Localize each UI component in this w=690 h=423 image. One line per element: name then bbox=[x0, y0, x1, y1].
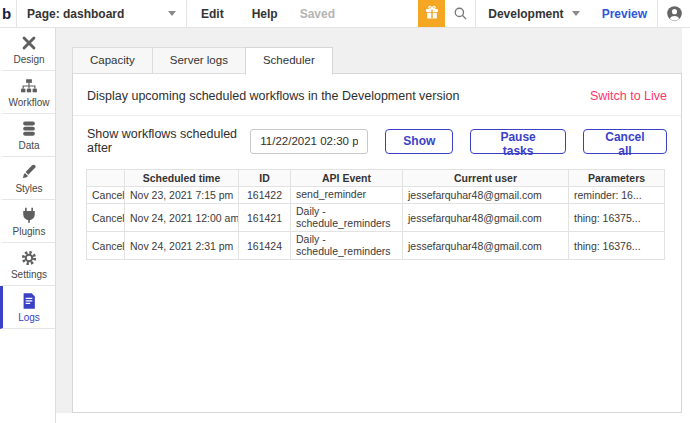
sidebar-item-label: Styles bbox=[15, 183, 42, 194]
search-icon[interactable] bbox=[445, 0, 475, 27]
logs-icon bbox=[20, 292, 38, 310]
user-avatar[interactable] bbox=[658, 0, 690, 27]
col-header-cancel bbox=[87, 170, 125, 187]
plug-icon bbox=[20, 206, 38, 224]
sidebar-item-styles[interactable]: Styles bbox=[0, 157, 55, 200]
cell-id: 161421 bbox=[239, 204, 291, 232]
col-header-id: ID bbox=[239, 170, 291, 187]
cell-parameters: thing: 16376... bbox=[569, 232, 665, 260]
table-row: Cancel Nov 24, 2021 2:31 pm 161424 Daily… bbox=[87, 232, 665, 260]
gear-icon bbox=[20, 249, 38, 267]
topbar: b Page: dashboard Edit Help Saved Develo… bbox=[0, 0, 690, 28]
sidebar-item-label: Workflow bbox=[9, 97, 50, 108]
show-button[interactable]: Show bbox=[385, 129, 453, 154]
paintbrush-icon bbox=[20, 163, 38, 181]
sidebar-item-settings[interactable]: Settings bbox=[0, 243, 55, 286]
gift-icon bbox=[424, 4, 440, 23]
tab-capacity[interactable]: Capacity bbox=[72, 47, 152, 74]
cancel-link[interactable]: Cancel bbox=[87, 204, 125, 232]
scheduled-workflows-table: Scheduled time ID API Event Current user… bbox=[86, 169, 665, 260]
sidebar-item-label: Design bbox=[13, 54, 44, 65]
col-header-api-event: API Event bbox=[291, 170, 403, 187]
sidebar: Design Workflow Data bbox=[0, 28, 56, 423]
scheduler-description-row: Display upcoming scheduled workflows in … bbox=[73, 74, 681, 116]
environment-dropdown[interactable]: Development bbox=[476, 0, 591, 27]
col-header-parameters: Parameters bbox=[569, 170, 665, 187]
cell-parameters: thing: 16375... bbox=[569, 204, 665, 232]
cell-current-user: jessefarquhar48@gmail.com bbox=[403, 187, 569, 204]
topbar-spacer bbox=[343, 0, 418, 27]
sidebar-item-workflow[interactable]: Workflow bbox=[0, 71, 55, 114]
cell-id: 161424 bbox=[239, 232, 291, 260]
chevron-down-icon bbox=[572, 11, 580, 16]
pause-tasks-button[interactable]: Pause tasks bbox=[470, 129, 566, 154]
menu-edit[interactable]: Edit bbox=[187, 0, 238, 27]
sidebar-item-label: Settings bbox=[11, 269, 47, 280]
sidebar-item-logs[interactable]: Logs bbox=[0, 286, 55, 329]
logs-tabs: Capacity Server logs Scheduler bbox=[72, 47, 333, 75]
bubble-logo-letter: b bbox=[2, 5, 11, 22]
page-selector-label: Page: dashboard bbox=[27, 7, 124, 21]
switch-to-live-link[interactable]: Switch to Live bbox=[590, 89, 667, 103]
workflow-icon bbox=[20, 77, 38, 95]
cell-api-event: Daily - schedule_reminders bbox=[291, 204, 403, 232]
sidebar-item-data[interactable]: Data bbox=[0, 114, 55, 157]
cell-scheduled-time: Nov 24, 2021 2:31 pm bbox=[125, 232, 239, 260]
sidebar-item-label: Logs bbox=[18, 312, 40, 323]
environment-label: Development bbox=[488, 7, 563, 21]
sidebar-item-label: Plugins bbox=[13, 226, 46, 237]
col-header-current-user: Current user bbox=[403, 170, 569, 187]
col-header-scheduled-time: Scheduled time bbox=[125, 170, 239, 187]
cell-id: 161422 bbox=[239, 187, 291, 204]
table-row: Cancel Nov 24, 2021 12:00 am 161421 Dail… bbox=[87, 204, 665, 232]
scheduled-after-input[interactable] bbox=[250, 129, 368, 154]
sidebar-item-design[interactable]: Design bbox=[0, 28, 55, 71]
cell-api-event: Daily - schedule_reminders bbox=[291, 232, 403, 260]
cell-scheduled-time: Nov 24, 2021 12:00 am bbox=[125, 204, 239, 232]
page-selector-dropdown[interactable]: Page: dashboard bbox=[17, 0, 187, 27]
saved-status: Saved bbox=[292, 0, 343, 27]
sidebar-item-label: Data bbox=[18, 140, 39, 151]
scheduler-controls: Show workflows scheduled after Show Paus… bbox=[73, 116, 681, 164]
table-row: Cancel Nov 23, 2021 7:15 pm 161422 send_… bbox=[87, 187, 665, 204]
tab-server-logs[interactable]: Server logs bbox=[152, 47, 245, 74]
cancel-link[interactable]: Cancel bbox=[87, 187, 125, 204]
chevron-down-icon bbox=[168, 11, 176, 16]
design-icon bbox=[20, 34, 38, 52]
gift-button[interactable] bbox=[418, 0, 445, 27]
database-icon bbox=[20, 120, 38, 138]
scheduler-description: Display upcoming scheduled workflows in … bbox=[87, 89, 459, 103]
cell-api-event: send_reminder bbox=[291, 187, 403, 204]
cell-scheduled-time: Nov 23, 2021 7:15 pm bbox=[125, 187, 239, 204]
tab-scheduler[interactable]: Scheduler bbox=[245, 47, 333, 75]
cell-parameters: reminder: 16... bbox=[569, 187, 665, 204]
cell-current-user: jessefarquhar48@gmail.com bbox=[403, 232, 569, 260]
logs-workspace: Capacity Server logs Scheduler Display u… bbox=[56, 28, 682, 413]
menu-help[interactable]: Help bbox=[238, 0, 292, 27]
sidebar-item-plugins[interactable]: Plugins bbox=[0, 200, 55, 243]
table-header-row: Scheduled time ID API Event Current user… bbox=[87, 170, 665, 187]
scheduler-panel: Display upcoming scheduled workflows in … bbox=[72, 73, 682, 413]
bubble-logo[interactable]: b bbox=[0, 0, 17, 27]
preview-link[interactable]: Preview bbox=[592, 0, 657, 27]
cancel-link[interactable]: Cancel bbox=[87, 232, 125, 260]
cancel-all-button[interactable]: Cancel all bbox=[583, 129, 667, 154]
cell-current-user: jessefarquhar48@gmail.com bbox=[403, 204, 569, 232]
filter-label: Show workflows scheduled after bbox=[87, 127, 240, 155]
